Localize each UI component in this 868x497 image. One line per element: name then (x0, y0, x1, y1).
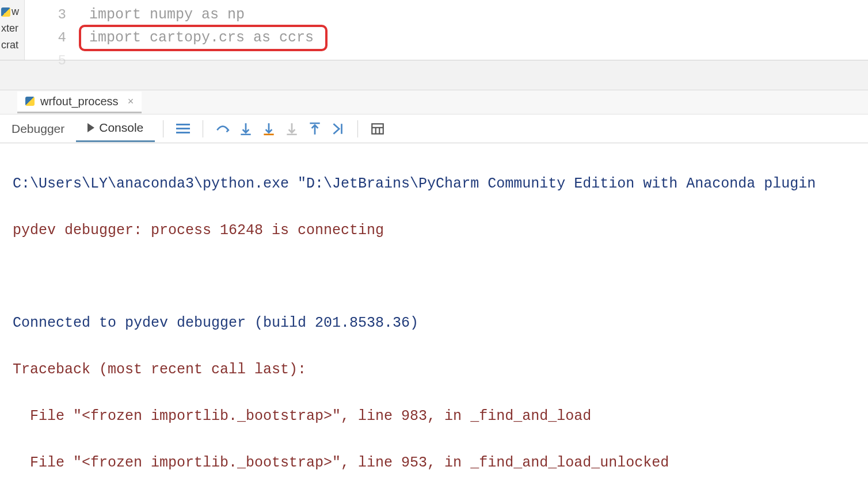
separator (203, 120, 203, 137)
step-into-my-code-icon[interactable] (257, 117, 280, 140)
console-line: File "<frozen importlib._bootstrap>", li… (13, 405, 868, 429)
editor-pane: w xter crat 3 4 5 import numpy as np imp… (0, 0, 868, 60)
close-icon[interactable]: × (128, 95, 134, 108)
tab-debugger[interactable]: Debugger (0, 116, 76, 142)
run-tabs-row: wrfout_process × (0, 90, 868, 114)
breadcrumb-bar (0, 60, 868, 90)
console-line: C:\Users\LY\anaconda3\python.exe "D:\Jet… (13, 173, 868, 196)
separator (163, 120, 163, 137)
console-line: Traceback (most recent call last): (13, 358, 868, 382)
console-line: pydev debugger: process 16248 is connect… (13, 219, 868, 243)
layout-settings-icon[interactable] (172, 117, 195, 140)
line-number-gutter: 3 4 5 (25, 0, 82, 60)
line-number: 4 (25, 26, 66, 49)
console-line: Connected to pydev debugger (build 201.8… (13, 312, 868, 335)
side-tab[interactable]: crat (0, 37, 24, 53)
console-blank (13, 266, 868, 289)
run-config-label: wrfout_process (40, 95, 119, 108)
tab-console-label: Console (99, 121, 143, 135)
svg-rect-0 (372, 124, 384, 133)
line-number: 3 (25, 3, 66, 26)
tab-console[interactable]: Console (76, 115, 155, 142)
line-number: 5 (25, 49, 66, 72)
run-to-cursor-icon[interactable] (326, 117, 349, 140)
code-editor[interactable]: import numpy as np import cartopy.crs as… (82, 0, 868, 60)
side-tab[interactable]: w (0, 3, 24, 20)
console-output[interactable]: C:\Users\LY\anaconda3\python.exe "D:\Jet… (0, 143, 868, 497)
debug-toolbar: Debugger Console (0, 114, 868, 143)
python-file-icon (25, 97, 35, 106)
console-line: File "<frozen importlib._bootstrap>", li… (13, 452, 868, 475)
evaluate-expression-icon[interactable] (366, 117, 389, 140)
force-step-into-icon[interactable] (280, 117, 303, 140)
side-tab[interactable]: xter (0, 20, 24, 37)
code-line[interactable]: import numpy as np (82, 3, 868, 26)
code-line[interactable]: import cartopy.crs as ccrs (82, 26, 868, 49)
python-file-icon (1, 7, 10, 17)
step-out-icon[interactable] (303, 117, 326, 140)
step-into-icon[interactable] (234, 117, 257, 140)
step-over-icon[interactable] (211, 117, 234, 140)
side-file-tabs: w xter crat (0, 0, 25, 60)
play-icon (87, 123, 94, 132)
separator (357, 120, 358, 137)
run-config-tab[interactable]: wrfout_process × (17, 91, 142, 113)
